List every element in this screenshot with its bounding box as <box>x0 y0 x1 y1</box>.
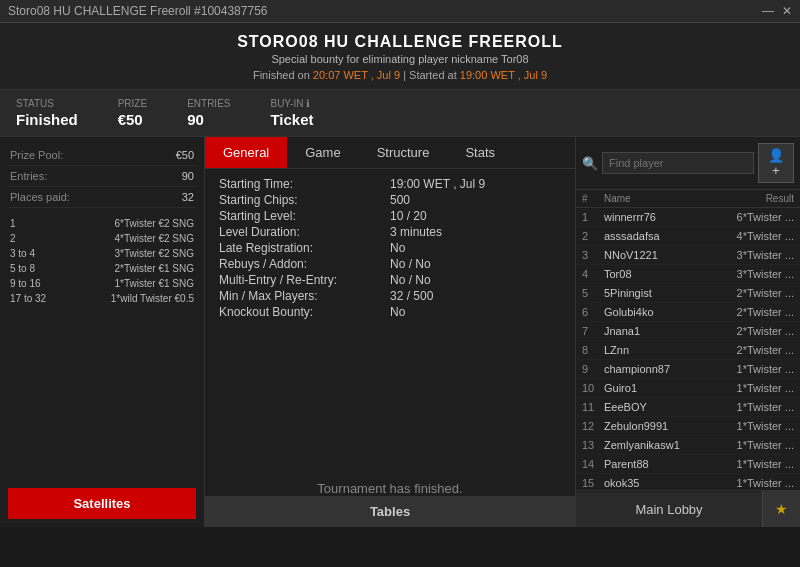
general-val: 3 minutes <box>390 225 561 239</box>
player-row[interactable]: 8LZnn2*Twister ... <box>576 341 800 360</box>
prize-place: 2 <box>10 233 16 244</box>
player-row[interactable]: 7Jnana12*Twister ... <box>576 322 800 341</box>
player-name: winnerrr76 <box>604 211 724 223</box>
satellites-button[interactable]: Satellites <box>8 488 196 519</box>
entries-row: Entries: 90 <box>8 166 196 187</box>
player-row[interactable]: 10Guiro11*Twister ... <box>576 379 800 398</box>
tab-structure[interactable]: Structure <box>359 137 448 168</box>
player-result: 2*Twister ... <box>724 325 794 337</box>
player-name: EeeBOY <box>604 401 724 413</box>
player-row[interactable]: 12Zebulon99911*Twister ... <box>576 417 800 436</box>
player-row[interactable]: 13Zemlyanikasw11*Twister ... <box>576 436 800 455</box>
player-name: Jnana1 <box>604 325 724 337</box>
tab-content: Starting Time:19:00 WET , Jul 9Starting … <box>205 169 575 481</box>
general-key: Multi-Entry / Re-Entry: <box>219 273 390 287</box>
tab-stats[interactable]: Stats <box>447 137 513 168</box>
general-val: No / No <box>390 257 561 271</box>
add-player-button[interactable]: 👤+ <box>758 143 794 183</box>
prize-place: 3 to 4 <box>10 248 35 259</box>
player-row[interactable]: 55Piningist2*Twister ... <box>576 284 800 303</box>
player-result: 1*Twister ... <box>724 420 794 432</box>
player-name: Tor08 <box>604 268 724 280</box>
player-name: okok35 <box>604 477 724 489</box>
close-button[interactable]: ✕ <box>782 4 792 18</box>
prize-row: 5 to 82*Twister €1 SNG <box>8 261 196 276</box>
player-row[interactable]: 11EeeBOY1*Twister ... <box>576 398 800 417</box>
player-name: LZnn <box>604 344 724 356</box>
player-row[interactable]: 1winnerrr766*Twister ... <box>576 208 800 227</box>
player-row[interactable]: 9championn871*Twister ... <box>576 360 800 379</box>
tab-game[interactable]: Game <box>287 137 358 168</box>
tab-general[interactable]: General <box>205 137 287 168</box>
player-rank: 15 <box>582 477 604 489</box>
player-table: 1winnerrr766*Twister ...2asssadafsa4*Twi… <box>576 208 800 490</box>
prize-value: 1*Twister €1 SNG <box>115 278 194 289</box>
prize-row: 9 to 161*Twister €1 SNG <box>8 276 196 291</box>
tournament-timing: Finished on 20:07 WET , Jul 9 | Started … <box>0 69 800 81</box>
player-name: Golubi4ko <box>604 306 724 318</box>
player-rank: 5 <box>582 287 604 299</box>
prize-value: 1*wild Twister €0.5 <box>111 293 194 304</box>
player-rank: 13 <box>582 439 604 451</box>
player-result: 4*Twister ... <box>724 230 794 242</box>
player-rank: 12 <box>582 420 604 432</box>
prize-row: 17 to 321*wild Twister €0.5 <box>8 291 196 306</box>
player-result: 1*Twister ... <box>724 401 794 413</box>
col-rank: # <box>582 193 604 204</box>
tournament-title: STORO08 HU CHALLENGE FREEROLL <box>0 33 800 51</box>
status-label: Status <box>16 98 78 109</box>
prize-pool-value: €50 <box>176 149 194 161</box>
player-row[interactable]: 6Golubi4ko2*Twister ... <box>576 303 800 322</box>
center-panel: GeneralGameStructureStats Starting Time:… <box>205 137 575 527</box>
player-rank: 4 <box>582 268 604 280</box>
started-label: | Started at <box>403 69 457 81</box>
prize-value: 2*Twister €1 SNG <box>115 263 194 274</box>
minimize-button[interactable]: — <box>762 4 774 18</box>
favorite-button[interactable]: ★ <box>762 491 800 527</box>
bottom-bar: Main Lobby ★ <box>576 490 800 527</box>
prize-pool-label: Prize Pool: <box>10 149 63 161</box>
col-name: Name <box>604 193 724 204</box>
player-rank: 3 <box>582 249 604 261</box>
general-key: Min / Max Players: <box>219 289 390 303</box>
player-result: 2*Twister ... <box>724 344 794 356</box>
player-name: Parent88 <box>604 458 724 470</box>
general-val: 19:00 WET , Jul 9 <box>390 177 561 191</box>
player-row[interactable]: 2asssadafsa4*Twister ... <box>576 227 800 246</box>
general-val: No <box>390 241 561 255</box>
finished-message: Tournament has finished. <box>205 481 575 496</box>
general-key: Late Registration: <box>219 241 390 255</box>
player-name: 5Piningist <box>604 287 724 299</box>
prize-row: 24*Twister €2 SNG <box>8 231 196 246</box>
player-row[interactable]: 14Parent881*Twister ... <box>576 455 800 474</box>
player-row[interactable]: 15okok351*Twister ... <box>576 474 800 490</box>
player-name: championn87 <box>604 363 724 375</box>
main-lobby-button[interactable]: Main Lobby <box>576 492 762 527</box>
general-key: Starting Chips: <box>219 193 390 207</box>
player-row[interactable]: 4Tor083*Twister ... <box>576 265 800 284</box>
entries-label: Entries: <box>10 170 47 182</box>
general-grid: Starting Time:19:00 WET , Jul 9Starting … <box>219 177 561 319</box>
stat-status: Status Finished <box>16 98 78 128</box>
player-result: 3*Twister ... <box>724 249 794 261</box>
prizes-section: 16*Twister €2 SNG24*Twister €2 SNG3 to 4… <box>8 216 196 480</box>
general-key: Rebuys / Addon: <box>219 257 390 271</box>
player-rank: 1 <box>582 211 604 223</box>
player-row[interactable]: 3NNoV12213*Twister ... <box>576 246 800 265</box>
player-result: 1*Twister ... <box>724 477 794 489</box>
find-player-input[interactable] <box>602 152 754 174</box>
player-rank: 9 <box>582 363 604 375</box>
title-bar-text: Storo08 HU CHALLENGE Freeroll #100438775… <box>8 4 267 18</box>
general-val: No <box>390 305 561 319</box>
player-result: 6*Twister ... <box>724 211 794 223</box>
player-rank: 8 <box>582 344 604 356</box>
tables-button[interactable]: Tables <box>205 496 575 527</box>
player-result: 1*Twister ... <box>724 458 794 470</box>
player-result: 2*Twister ... <box>724 306 794 318</box>
add-player-icon: 👤+ <box>768 148 785 178</box>
tournament-header: STORO08 HU CHALLENGE FREEROLL Special bo… <box>0 23 800 90</box>
general-val: 32 / 500 <box>390 289 561 303</box>
buyin-label: Buy-in ℹ <box>270 98 313 109</box>
player-result: 1*Twister ... <box>724 382 794 394</box>
player-rank: 10 <box>582 382 604 394</box>
